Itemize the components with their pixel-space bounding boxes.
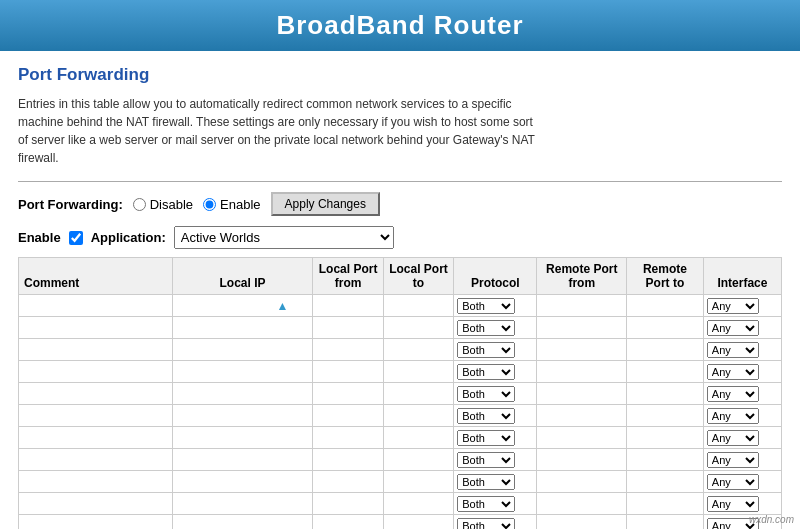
remote-port-to-cell — [627, 339, 704, 361]
local-port-to-input[interactable] — [387, 476, 450, 488]
localip-cell — [172, 383, 313, 405]
interface-select[interactable]: AnyWANLAN — [707, 496, 759, 512]
local-port-to-cell — [383, 361, 453, 383]
protocol-select[interactable]: BothTCPUDP — [457, 408, 515, 424]
remote-port-from-input[interactable] — [540, 476, 623, 488]
application-select[interactable]: Active Worlds AIM Talk AOL Messenger Bat… — [174, 226, 394, 249]
local-port-from-input[interactable] — [316, 520, 379, 530]
comment-cell — [19, 317, 173, 339]
localip-cell — [172, 405, 313, 427]
local-port-from-input[interactable] — [316, 454, 379, 466]
remote-port-from-input[interactable] — [540, 498, 623, 510]
remote-port-to-input[interactable] — [630, 432, 700, 444]
localip-input[interactable] — [197, 300, 277, 312]
local-port-to-input[interactable] — [387, 520, 450, 530]
interface-select[interactable]: AnyWANLAN — [707, 342, 759, 358]
localip-input[interactable] — [176, 520, 310, 530]
interface-cell: AnyWANLAN — [703, 427, 781, 449]
protocol-select[interactable]: BothTCPUDP — [457, 386, 515, 402]
remote-port-to-input[interactable] — [630, 520, 700, 530]
interface-select[interactable]: AnyWANLAN — [707, 298, 759, 314]
protocol-select[interactable]: BothTCPUDP — [457, 298, 515, 314]
interface-select[interactable]: AnyWANLAN — [707, 452, 759, 468]
local-port-to-input[interactable] — [387, 410, 450, 422]
interface-select[interactable]: AnyWANLAN — [707, 408, 759, 424]
local-port-from-input[interactable] — [316, 300, 379, 312]
remote-port-from-input[interactable] — [540, 300, 623, 312]
remote-port-from-input[interactable] — [540, 410, 623, 422]
local-port-from-cell — [313, 339, 383, 361]
local-port-from-input[interactable] — [316, 410, 379, 422]
localip-input[interactable] — [176, 498, 310, 510]
table-row: BothTCPUDPAnyWANLAN — [19, 339, 782, 361]
interface-select[interactable]: AnyWANLAN — [707, 430, 759, 446]
enable-label[interactable]: Enable — [203, 197, 260, 212]
localip-input[interactable] — [176, 366, 310, 378]
enable-radio[interactable] — [203, 198, 216, 211]
col-localip: Local IP — [172, 258, 313, 295]
protocol-select[interactable]: BothTCPUDP — [457, 320, 515, 336]
local-port-to-input[interactable] — [387, 388, 450, 400]
enable-app-checkbox[interactable] — [69, 231, 83, 245]
remote-port-from-input[interactable] — [540, 322, 623, 334]
remote-port-from-input[interactable] — [540, 388, 623, 400]
remote-port-to-input[interactable] — [630, 344, 700, 356]
interface-select[interactable]: AnyWANLAN — [707, 320, 759, 336]
protocol-select[interactable]: BothTCPUDP — [457, 452, 515, 468]
localip-input[interactable] — [176, 388, 310, 400]
local-port-to-input[interactable] — [387, 432, 450, 444]
local-port-from-cell — [313, 471, 383, 493]
interface-cell: AnyWANLAN — [703, 295, 781, 317]
local-port-to-input[interactable] — [387, 454, 450, 466]
local-port-to-input[interactable] — [387, 498, 450, 510]
protocol-select[interactable]: BothTCPUDP — [457, 518, 515, 530]
localip-input[interactable] — [176, 322, 310, 334]
remote-port-to-input[interactable] — [630, 454, 700, 466]
remote-port-from-input[interactable] — [540, 432, 623, 444]
local-port-from-input[interactable] — [316, 344, 379, 356]
local-port-to-input[interactable] — [387, 300, 450, 312]
remote-port-to-input[interactable] — [630, 388, 700, 400]
apply-changes-button[interactable]: Apply Changes — [271, 192, 380, 216]
local-port-from-input[interactable] — [316, 432, 379, 444]
remote-port-from-input[interactable] — [540, 454, 623, 466]
localip-input[interactable] — [176, 344, 310, 356]
remote-port-to-input[interactable] — [630, 322, 700, 334]
interface-select[interactable]: AnyWANLAN — [707, 386, 759, 402]
remote-port-to-input[interactable] — [630, 366, 700, 378]
comment-cell — [19, 339, 173, 361]
disable-label[interactable]: Disable — [133, 197, 193, 212]
protocol-select[interactable]: BothTCPUDP — [457, 364, 515, 380]
local-port-from-input[interactable] — [316, 366, 379, 378]
remote-port-to-input[interactable] — [630, 498, 700, 510]
local-port-to-input[interactable] — [387, 322, 450, 334]
local-port-from-input[interactable] — [316, 322, 379, 334]
protocol-select[interactable]: BothTCPUDP — [457, 342, 515, 358]
remote-port-to-input[interactable] — [630, 300, 700, 312]
local-port-to-input[interactable] — [387, 366, 450, 378]
interface-select[interactable]: AnyWANLAN — [707, 474, 759, 490]
remote-port-to-input[interactable] — [630, 476, 700, 488]
interface-select[interactable]: AnyWANLAN — [707, 364, 759, 380]
local-port-from-input[interactable] — [316, 476, 379, 488]
localip-input[interactable] — [176, 476, 310, 488]
remote-port-from-input[interactable] — [540, 344, 623, 356]
local-port-from-cell — [313, 295, 383, 317]
local-port-to-input[interactable] — [387, 344, 450, 356]
remote-port-to-cell — [627, 405, 704, 427]
protocol-select[interactable]: BothTCPUDP — [457, 474, 515, 490]
table-row: BothTCPUDPAnyWANLAN — [19, 317, 782, 339]
remote-port-to-input[interactable] — [630, 410, 700, 422]
remote-port-from-input[interactable] — [540, 366, 623, 378]
localip-input[interactable] — [176, 454, 310, 466]
protocol-select[interactable]: BothTCPUDP — [457, 496, 515, 512]
local-port-from-input[interactable] — [316, 388, 379, 400]
localip-input[interactable] — [176, 432, 310, 444]
remote-port-from-input[interactable] — [540, 520, 623, 530]
comment-input[interactable] — [22, 300, 169, 312]
disable-radio[interactable] — [133, 198, 146, 211]
protocol-select[interactable]: BothTCPUDP — [457, 430, 515, 446]
localip-input[interactable] — [176, 410, 310, 422]
table-row: BothTCPUDPAnyWANLAN — [19, 449, 782, 471]
local-port-from-input[interactable] — [316, 498, 379, 510]
